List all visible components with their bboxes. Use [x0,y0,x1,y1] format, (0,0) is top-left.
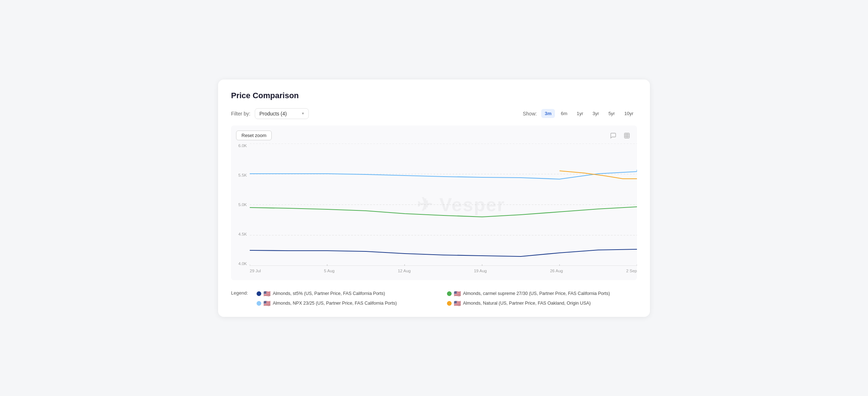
chart-toolbar: Reset zoom [231,131,637,144]
line-lightblue [250,170,637,179]
legend-item-4: 🇺🇸 Almonds, Natural (US, Partner Price, … [447,300,637,307]
legend-label: Legend: [231,290,248,296]
flag-2: 🇺🇸 [454,290,461,297]
chart-area: Reset zoom 4.0K 4.5K 5.0K 5.5K 6.0K [231,126,637,280]
legend-text-3: Almonds, NPX 23/25 (US, Partner Price, F… [273,301,397,306]
flag-3: 🇺🇸 [263,300,271,307]
legend-dot-1 [257,291,261,296]
legend-item-2: 🇺🇸 Almonds, carmel supreme 27/30 (US, Pa… [447,290,637,297]
legend: Legend: 🇺🇸 Almonds, st5% (US, Partner Pr… [231,287,637,307]
legend-item-3: 🇺🇸 Almonds, NPX 23/25 (US, Partner Price… [257,300,447,307]
y-label-55k: 5.5K [231,173,247,177]
reset-zoom-button[interactable]: Reset zoom [236,131,272,140]
filter-label: Filter by: [231,111,250,117]
chart-inner: ✈ Vesper [250,144,637,266]
x-axis: 29 Jul 5 Aug 12 Aug 19 Aug 26 Aug 2 Sep [250,266,637,280]
main-card: Price Comparison Filter by: Products (4)… [218,79,650,317]
dropdown-value: Products (4) [259,111,287,117]
flag-1: 🇺🇸 [263,290,271,297]
y-label-40k: 4.0K [231,261,247,266]
chart-icons [608,131,632,141]
legend-text-4: Almonds, Natural (US, Partner Price, FAS… [463,301,591,306]
line-green [250,207,637,217]
time-range-selector: Show: 3m 6m 1yr 3yr 5yr 10yr [523,109,637,118]
x-label-19aug: 19 Aug [474,269,487,273]
filter-left: Filter by: Products (4) ▾ [231,108,309,119]
time-btn-3yr[interactable]: 3yr [589,109,603,118]
y-label-45k: 4.5K [231,232,247,236]
svg-rect-0 [624,133,629,138]
chevron-down-icon: ▾ [302,111,304,116]
x-label-26aug: 26 Aug [550,269,563,273]
y-axis: 4.0K 4.5K 5.0K 5.5K 6.0K [231,144,250,266]
x-label-5aug: 5 Aug [324,269,334,273]
products-dropdown[interactable]: Products (4) ▾ [255,108,309,119]
comment-icon[interactable] [608,131,618,141]
chart-wrapper: 4.0K 4.5K 5.0K 5.5K 6.0K [231,144,637,280]
flag-4: 🇺🇸 [454,300,461,307]
time-btn-3m[interactable]: 3m [541,109,555,118]
legend-item-1: 🇺🇸 Almonds, st5% (US, Partner Price, FAS… [257,290,447,297]
time-btn-1yr[interactable]: 1yr [573,109,587,118]
legend-dot-4 [447,301,452,306]
legend-dot-2 [447,291,452,296]
line-navy [250,249,637,256]
table-icon[interactable] [622,131,632,141]
y-label-50k: 5.0K [231,202,247,207]
x-label-12aug: 12 Aug [398,269,411,273]
x-label-2sep: 2 Sep [626,269,637,273]
chart-svg [250,144,637,266]
time-btn-10yr[interactable]: 10yr [621,109,637,118]
x-label-29jul: 29 Jul [250,269,261,273]
page-title: Price Comparison [231,91,637,100]
time-btn-5yr[interactable]: 5yr [605,109,619,118]
legend-text-1: Almonds, st5% (US, Partner Price, FAS Ca… [273,291,385,296]
legend-text-2: Almonds, carmel supreme 27/30 (US, Partn… [463,291,610,296]
y-label-60k: 6.0K [231,144,247,148]
legend-dot-3 [257,301,261,306]
time-btn-6m[interactable]: 6m [557,109,571,118]
show-label: Show: [523,111,537,117]
controls-bar: Filter by: Products (4) ▾ Show: 3m 6m 1y… [231,108,637,119]
